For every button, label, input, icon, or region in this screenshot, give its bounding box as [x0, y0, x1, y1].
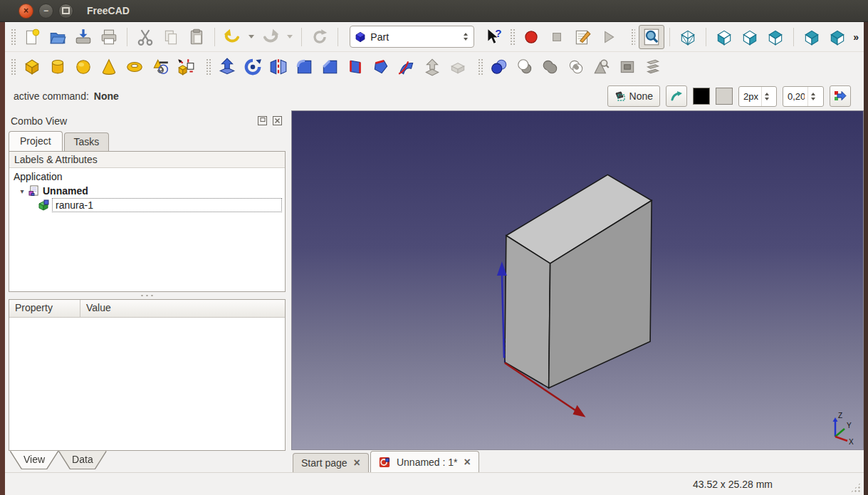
whats-this-button[interactable]: ?: [481, 25, 506, 49]
ruled-surface-button[interactable]: [343, 55, 368, 79]
macro-stop-button[interactable]: [544, 25, 570, 49]
toolbar-handle[interactable]: [206, 58, 211, 75]
column-value[interactable]: Value: [80, 300, 117, 317]
column-property[interactable]: Property: [9, 300, 80, 317]
dock-float-button[interactable]: [256, 115, 268, 126]
new-document-button[interactable]: [19, 25, 45, 49]
toolbar-handle[interactable]: [510, 28, 515, 46]
copy-button[interactable]: [158, 25, 184, 49]
boolean-union-button[interactable]: [538, 55, 563, 79]
revolve-button[interactable]: [240, 55, 266, 79]
3d-viewport[interactable]: Z Y X: [291, 110, 864, 450]
tree-root-application[interactable]: Application: [9, 170, 285, 184]
tab-view[interactable]: View: [11, 451, 58, 469]
tab-start-page[interactable]: Start page ×: [293, 453, 369, 472]
top-view-button[interactable]: [763, 25, 788, 49]
boolean-intersection-button[interactable]: [563, 55, 589, 79]
part-sphere-button[interactable]: [70, 55, 96, 79]
mirror-button[interactable]: [266, 55, 291, 79]
left-view-button[interactable]: [825, 25, 850, 49]
paste-button[interactable]: [184, 25, 209, 49]
part-box-object[interactable]: [505, 174, 652, 387]
tab-project[interactable]: Project: [9, 131, 63, 151]
boolean-cut-button[interactable]: [512, 55, 538, 79]
tab-unnamed-document[interactable]: Unnamed : 1* ×: [370, 451, 479, 472]
undo-dropdown-icon[interactable]: [249, 35, 254, 38]
window-close-button[interactable]: ×: [19, 4, 33, 19]
working-plane-button[interactable]: None: [607, 85, 660, 107]
clipboard-icon: [187, 28, 206, 46]
face-color-swatch[interactable]: [716, 88, 733, 105]
redo-dropdown-icon[interactable]: [287, 35, 293, 38]
scale-spinbox[interactable]: 0,20: [783, 86, 824, 107]
property-table-body[interactable]: [9, 318, 285, 450]
offset-button[interactable]: [419, 55, 445, 79]
3d-canvas[interactable]: [292, 111, 863, 449]
cross-sections-button[interactable]: [640, 55, 666, 79]
part-cone-button[interactable]: [96, 55, 122, 79]
refresh-button[interactable]: [307, 25, 333, 49]
undo-button[interactable]: [219, 25, 245, 49]
dock-splitter[interactable]: [5, 292, 289, 299]
sweep-button[interactable]: [394, 55, 419, 79]
close-tab-icon[interactable]: ×: [354, 457, 360, 469]
fillet-button[interactable]: [291, 55, 317, 79]
tab-tasks[interactable]: Tasks: [64, 132, 110, 151]
macro-edit-button[interactable]: [570, 25, 595, 49]
tab-data[interactable]: Data: [59, 451, 106, 469]
revolve-icon: [244, 58, 262, 76]
line-width-spinbox[interactable]: 2px: [738, 86, 777, 107]
macro-play-button[interactable]: [595, 25, 621, 49]
apply-style-button[interactable]: [830, 85, 851, 107]
front-view-icon: [715, 28, 733, 46]
tree-item-document[interactable]: ▾ Unnamed: [9, 184, 285, 198]
part-torus-button[interactable]: [122, 55, 147, 79]
part-cylinder-button[interactable]: [45, 55, 70, 79]
front-view-button[interactable]: [711, 25, 737, 49]
toolbar-handle[interactable]: [11, 58, 16, 75]
line-width-spinner[interactable]: [761, 87, 772, 106]
thickness-button[interactable]: [445, 55, 471, 79]
tree-header[interactable]: Labels & Attributes: [9, 152, 285, 168]
scale-spinner[interactable]: [807, 87, 818, 106]
dock-close-button[interactable]: [271, 115, 283, 126]
fillet-icon: [295, 58, 313, 76]
loft-button[interactable]: [368, 55, 394, 79]
boolean-button[interactable]: [486, 55, 512, 79]
extrude-button[interactable]: [214, 55, 240, 79]
axonometric-view-button[interactable]: [675, 25, 701, 49]
part-box-button[interactable]: [19, 55, 45, 79]
toolbar-handle[interactable]: [11, 28, 16, 46]
macro-record-button[interactable]: [518, 25, 544, 49]
expander-icon[interactable]: ▾: [18, 187, 26, 195]
connect-button[interactable]: [615, 55, 640, 79]
workbench-selector[interactable]: Part: [350, 26, 474, 48]
window-minimize-button[interactable]: −: [38, 4, 53, 19]
titlebar[interactable]: × − FreeCAD: [0, 0, 868, 22]
right-view-button[interactable]: [737, 25, 763, 49]
line-color-swatch[interactable]: [693, 88, 710, 105]
save-document-button[interactable]: [70, 25, 96, 49]
cut-button[interactable]: [132, 25, 158, 49]
redo-button[interactable]: [258, 25, 283, 49]
shape-builder-button[interactable]: [173, 55, 199, 79]
print-button[interactable]: [96, 25, 122, 49]
toolbar-overflow-button[interactable]: »: [850, 31, 862, 43]
chamfer-button[interactable]: [317, 55, 343, 79]
window-maximize-button[interactable]: [58, 4, 73, 19]
combo-view-titlebar[interactable]: Combo View: [5, 110, 289, 131]
check-geometry-button[interactable]: [589, 55, 615, 79]
document-icon: [28, 185, 39, 197]
tree-item-ranura[interactable]: ranura-1: [9, 198, 285, 212]
resize-grip[interactable]: [850, 482, 861, 493]
close-tab-icon[interactable]: ×: [464, 457, 471, 468]
workbench-selector-spinner[interactable]: [459, 33, 472, 41]
fit-all-button[interactable]: [639, 25, 664, 49]
open-document-button[interactable]: [45, 25, 70, 49]
snap-toggle-button[interactable]: [666, 85, 687, 107]
rear-view-button[interactable]: [799, 25, 825, 49]
toolbar-handle[interactable]: [478, 58, 483, 75]
toolbar-separator: [669, 28, 670, 46]
create-primitives-button[interactable]: [147, 55, 173, 79]
toolbar-handle[interactable]: [631, 28, 636, 46]
